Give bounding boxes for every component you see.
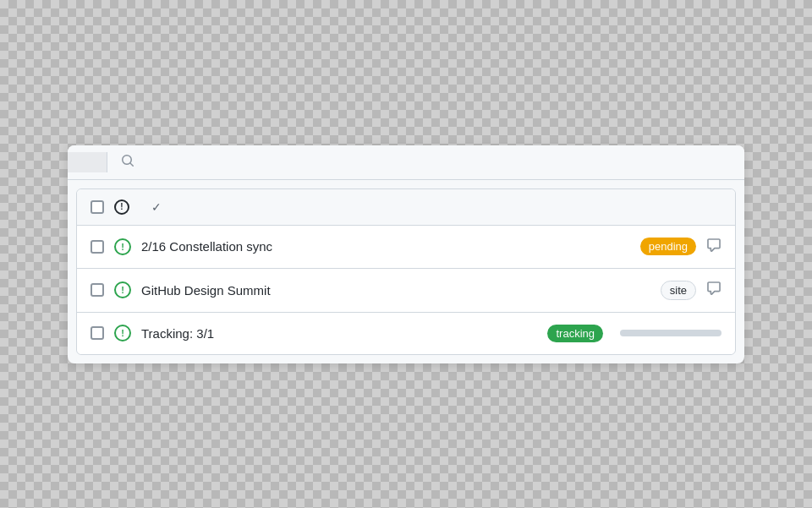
search-icon [121, 154, 134, 171]
issue-badge[interactable]: site [661, 281, 696, 300]
issue-row: GitHub Design Summit site [77, 269, 735, 313]
issue-row: Tracking: 3/1 tracking [77, 313, 735, 354]
issue-checkbox[interactable] [91, 326, 104, 340]
issue-title[interactable]: Tracking: 3/1 [141, 326, 537, 341]
issue-row: 2/16 Constellation sync pending [77, 226, 735, 269]
issue-open-icon [114, 281, 131, 298]
list-header: ! ✓ [77, 189, 735, 226]
select-all-checkbox[interactable] [91, 200, 104, 214]
issue-title[interactable]: GitHub Design Summit [141, 283, 650, 298]
search-area [107, 145, 744, 179]
filters-button[interactable] [68, 152, 107, 172]
issues-list: ! ✓ 2/16 Constellation sync pending GitH… [76, 188, 736, 355]
issue-open-icon [114, 325, 131, 341]
main-container: ! ✓ 2/16 Constellation sync pending GitH… [68, 145, 744, 363]
filter-bar [68, 145, 744, 180]
issue-checkbox[interactable] [91, 283, 104, 297]
closed-count-section: ✓ [151, 200, 167, 214]
open-issues-icon: ! [114, 199, 129, 215]
comment-icon [706, 281, 721, 299]
issue-badge[interactable]: pending [640, 238, 696, 255]
progress-bar [620, 330, 721, 336]
issue-badge[interactable]: tracking [547, 325, 603, 342]
issues-container: 2/16 Constellation sync pending GitHub D… [77, 226, 735, 354]
issue-title[interactable]: 2/16 Constellation sync [141, 239, 630, 254]
open-count-section: ! [114, 199, 134, 215]
comment-icon [706, 238, 721, 256]
checkmark-icon: ✓ [151, 200, 162, 214]
issue-checkbox[interactable] [91, 240, 104, 254]
issue-open-icon [114, 238, 131, 255]
